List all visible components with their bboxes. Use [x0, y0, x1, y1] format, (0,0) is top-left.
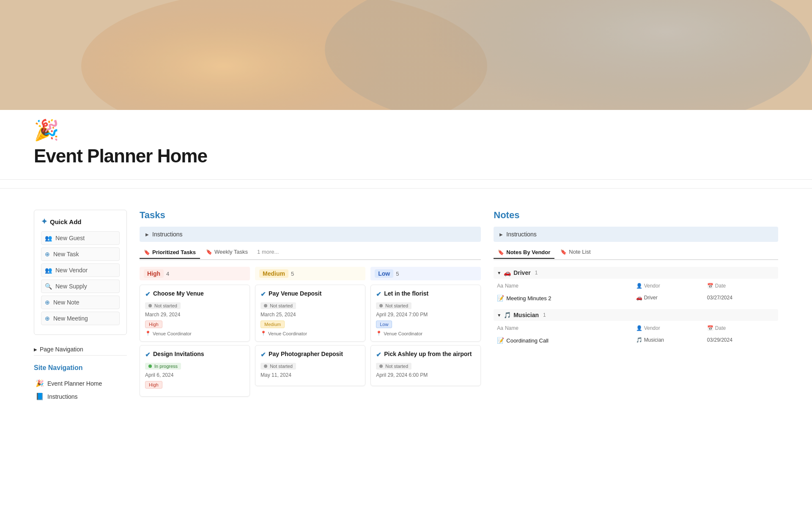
task-card-pick-ashley[interactable]: ✔ Pick Ashley up from the airport Not st… — [370, 345, 481, 386]
check-icon-pay-venue: ✔ — [261, 290, 266, 298]
new-task-label: New Task — [53, 251, 79, 258]
quick-add-new-meeting[interactable]: ⊕ New Meeting — [41, 312, 120, 325]
col-header-medium: Medium 5 — [255, 267, 365, 280]
status-dot-pay-photographer — [264, 364, 267, 368]
driver-group-header[interactable]: ▼ 🚗 Driver 1 — [494, 267, 778, 279]
check-icon-venue: ✔ — [145, 290, 151, 298]
status-badge-ashley: Not started — [376, 363, 411, 370]
nav-event-home-label: Event Planner Home — [47, 380, 102, 387]
date-col-icon-driver: 📅 — [707, 283, 713, 289]
banner-svg — [0, 0, 812, 110]
notes-instructions-bar[interactable]: ▶ Instructions — [494, 227, 778, 242]
note-row-meeting-minutes[interactable]: 📝 Meeting Minutes 2 🚗 Driver 03/27/2024 — [494, 292, 778, 304]
task-date-florist: April 29, 2024 7:00 PM — [376, 312, 475, 318]
tasks-title: Tasks — [140, 210, 481, 221]
col-label-high: High — [144, 269, 164, 278]
date-col-label-musician: Date — [715, 325, 726, 331]
priority-tag-pay-venue: Medium — [261, 321, 285, 328]
task-title-pay-photographer: Pay Photographer Deposit — [269, 351, 343, 357]
tab-prioritized-label: Prioritized Tasks — [152, 249, 196, 255]
quick-add-new-note[interactable]: ⊕ New Note — [41, 296, 120, 309]
nav-event-planner-home[interactable]: 🎉 Event Planner Home — [34, 377, 127, 390]
task-card-pay-photographer[interactable]: ✔ Pay Photographer Deposit Not started M… — [255, 345, 365, 386]
status-badge-invitations: In progress — [145, 363, 181, 370]
pin-icon-florist: 📍 — [376, 331, 382, 336]
page-header: 🎉 Event Planner Home — [0, 110, 812, 180]
coordinating-call-date: 03/29/2024 — [707, 337, 775, 343]
new-supply-icon: 🔍 — [45, 283, 52, 290]
notes-section: Notes ▶ Instructions 🔖 Notes By Vendor 🔖… — [494, 210, 778, 403]
col-label-medium: Medium — [259, 269, 288, 278]
coordinating-call-name: Coordinating Call — [506, 337, 549, 344]
task-card-choose-venue[interactable]: ✔ Choose My Venue Not started March 29, … — [140, 285, 250, 342]
task-title-ashley: Pick Ashley up from the airport — [384, 351, 472, 357]
check-icon-invitations: ✔ — [145, 351, 151, 359]
page-nav-arrow: ▶ — [34, 347, 37, 352]
col-count-medium: 5 — [291, 271, 294, 277]
quick-add-title: ✦ Quick Add — [41, 217, 120, 226]
tasks-instructions-bar[interactable]: ▶ Instructions — [140, 227, 481, 242]
meeting-minutes-vendor: Driver — [644, 295, 658, 301]
driver-arrow: ▼ — [497, 271, 501, 275]
tab-prioritized-tasks[interactable]: 🔖 Prioritized Tasks — [140, 247, 200, 259]
tab-weekly-tasks[interactable]: 🔖 Weekly Tasks — [202, 246, 252, 258]
vendor-col-label-driver: Vendor — [644, 283, 660, 289]
page-title: Event Planner Home — [34, 145, 778, 167]
page-nav-label: Page Navigation — [40, 346, 83, 353]
quick-add-new-vendor[interactable]: 👥 New Vendor — [41, 263, 120, 277]
notes-instructions-label: Instructions — [506, 231, 537, 238]
task-card-design-invitations[interactable]: ✔ Design Invitations In progress April 6… — [140, 345, 250, 397]
notes-by-vendor-bookmark: 🔖 — [498, 249, 504, 255]
tab-weekly-label: Weekly Tasks — [214, 249, 248, 255]
tab-notes-by-vendor-label: Notes By Vendor — [506, 249, 550, 255]
weekly-bookmark-icon: 🔖 — [206, 249, 212, 255]
status-dot-venue — [148, 304, 152, 307]
musician-arrow: ▼ — [497, 313, 501, 318]
instructions-nav-icon: 📘 — [36, 392, 44, 400]
new-guest-label: New Guest — [55, 235, 85, 241]
musician-table-header: Aa Name 👤 Vendor 📅 Date — [494, 323, 778, 333]
task-card-let-florist[interactable]: ✔ Let in the florist Not started April 2… — [370, 285, 481, 342]
status-dot-ashley — [379, 364, 383, 368]
notes-group-musician: ▼ 🎵 Musician 1 Aa Name 👤 Vendor 📅 — [494, 309, 778, 346]
driver-table-header: Aa Name 👤 Vendor 📅 Date — [494, 281, 778, 290]
col-label-low: Low — [375, 269, 393, 278]
musician-group-header[interactable]: ▼ 🎵 Musician 1 — [494, 309, 778, 321]
new-note-icon: ⊕ — [45, 299, 50, 306]
tab-more[interactable]: 1 more... — [254, 246, 282, 258]
meeting-minutes-icon: 📝 — [497, 295, 504, 301]
tab-notes-by-vendor[interactable]: 🔖 Notes By Vendor — [494, 247, 554, 259]
driver-count: 1 — [535, 270, 538, 276]
kanban-board: High 4 ✔ Choose My Venue Not started — [140, 267, 481, 400]
tasks-tabs: 🔖 Prioritized Tasks 🔖 Weekly Tasks 1 mor… — [140, 246, 481, 260]
musician-label: Musician — [513, 312, 539, 318]
task-card-pay-venue[interactable]: ✔ Pay Venue Deposit Not started March 25… — [255, 285, 365, 342]
task-date-pay-venue: March 25, 2024 — [261, 312, 360, 318]
new-meeting-label: New Meeting — [53, 315, 88, 322]
nav-instructions[interactable]: 📘 Instructions — [34, 390, 127, 403]
content-area: Tasks ▶ Instructions 🔖 Prioritized Tasks… — [140, 210, 778, 403]
coordinating-call-icon: 📝 — [497, 337, 504, 344]
status-badge-venue: Not started — [145, 302, 181, 309]
name-col-label-musician: Name — [505, 325, 518, 331]
quick-add-label: Quick Add — [50, 218, 81, 225]
quick-add-new-task[interactable]: ⊕ New Task — [41, 247, 120, 261]
col-count-low: 5 — [396, 271, 399, 277]
name-col-icon-musician: Aa — [497, 325, 503, 331]
priority-tag-venue: High — [145, 321, 162, 328]
page-navigation-toggle[interactable]: ▶ Page Navigation — [34, 343, 127, 356]
banner-image — [0, 0, 812, 110]
name-col-icon-driver: Aa — [497, 283, 503, 289]
tab-note-list[interactable]: 🔖 Note List — [556, 246, 595, 258]
task-assignee-pay-venue: 📍 Venue Coordinator — [261, 331, 360, 336]
driver-icon: 🚗 — [504, 269, 511, 276]
coordinating-call-vendor-icon: 🎵 — [636, 337, 642, 343]
quick-add-new-guest[interactable]: 👥 New Guest — [41, 231, 120, 245]
quick-add-new-supply[interactable]: 🔍 New Supply — [41, 280, 120, 293]
kanban-col-high: High 4 ✔ Choose My Venue Not started — [140, 267, 250, 400]
notes-title: Notes — [494, 210, 778, 221]
note-row-coordinating-call[interactable]: 📝 Coordinating Call 🎵 Musician 03/29/202… — [494, 334, 778, 346]
new-guest-icon: 👥 — [45, 235, 52, 241]
name-col-label-driver: Name — [505, 283, 518, 289]
sidebar: ✦ Quick Add 👥 New Guest ⊕ New Task 👥 New… — [34, 210, 127, 403]
